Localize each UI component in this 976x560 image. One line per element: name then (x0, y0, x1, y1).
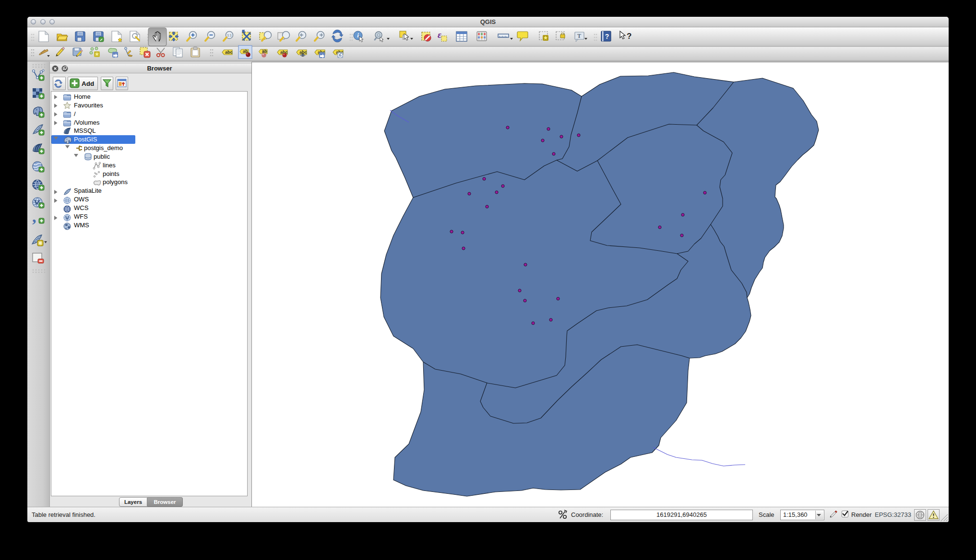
svg-text:?: ? (605, 33, 609, 40)
svg-text:Add: Add (82, 80, 94, 87)
svg-text:?: ? (627, 32, 631, 41)
svg-text:T: T (577, 33, 581, 39)
svg-text:i: i (357, 32, 359, 39)
svg-text:,: , (32, 208, 36, 225)
svg-text:ε: ε (438, 30, 441, 40)
svg-text:1:1: 1:1 (227, 34, 232, 37)
